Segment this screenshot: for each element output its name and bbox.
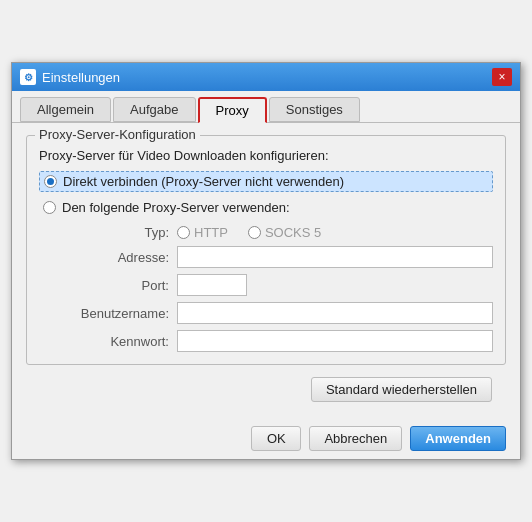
address-field <box>177 246 493 268</box>
address-input[interactable] <box>177 246 493 268</box>
app-icon: ⚙ <box>20 69 36 85</box>
username-label: Benutzername: <box>59 302 169 324</box>
ok-button[interactable]: OK <box>251 426 301 451</box>
cancel-button[interactable]: Abbrechen <box>309 426 402 451</box>
radio-socks5-circle <box>248 226 261 239</box>
standard-btn-row: Standard wiederherstellen <box>26 375 506 408</box>
type-field: HTTP SOCKS 5 <box>177 225 493 240</box>
password-label: Kennwort: <box>59 330 169 352</box>
radio-http-label: HTTP <box>194 225 228 240</box>
radio-proxy-circle <box>43 201 56 214</box>
tab-aufgabe[interactable]: Aufgabe <box>113 97 195 122</box>
radio-direct-circle <box>44 175 57 188</box>
content-area: Proxy-Server-Konfiguration Proxy-Server … <box>12 123 520 420</box>
tab-proxy[interactable]: Proxy <box>198 97 267 123</box>
type-label: Typ: <box>59 225 169 240</box>
radio-proxy-option[interactable]: Den folgende Proxy-Server verwenden: <box>39 198 493 217</box>
password-field <box>177 330 493 352</box>
radio-proxy-label: Den folgende Proxy-Server verwenden: <box>62 200 290 215</box>
radio-socks5-label: SOCKS 5 <box>265 225 321 240</box>
username-field <box>177 302 493 324</box>
close-button[interactable]: × <box>492 68 512 86</box>
dialog-button-row: OK Abbrechen Anwenden <box>12 420 520 459</box>
window-title: Einstellungen <box>42 70 120 85</box>
tab-sonstiges[interactable]: Sonstiges <box>269 97 360 122</box>
radio-http-option[interactable]: HTTP <box>177 225 228 240</box>
port-field <box>177 274 493 296</box>
settings-window: ⚙ Einstellungen × Allgemein Aufgabe Prox… <box>11 62 521 460</box>
address-label: Adresse: <box>59 246 169 268</box>
proxy-form: Typ: HTTP SOCKS 5 Adresse: <box>39 225 493 352</box>
radio-direct-option[interactable]: Direkt verbinden (Proxy-Server nicht ver… <box>39 171 493 192</box>
radio-http-circle <box>177 226 190 239</box>
radio-direct-label: Direkt verbinden (Proxy-Server nicht ver… <box>63 174 344 189</box>
proxy-group-box: Proxy-Server-Konfiguration Proxy-Server … <box>26 135 506 365</box>
password-input[interactable] <box>177 330 493 352</box>
tab-bar: Allgemein Aufgabe Proxy Sonstiges <box>12 91 520 123</box>
username-input[interactable] <box>177 302 493 324</box>
titlebar: ⚙ Einstellungen × <box>12 63 520 91</box>
restore-defaults-button[interactable]: Standard wiederherstellen <box>311 377 492 402</box>
tab-allgemein[interactable]: Allgemein <box>20 97 111 122</box>
titlebar-left: ⚙ Einstellungen <box>20 69 120 85</box>
port-label: Port: <box>59 274 169 296</box>
section-label: Proxy-Server für Video Downloaden konfig… <box>39 148 493 163</box>
radio-socks5-option[interactable]: SOCKS 5 <box>248 225 321 240</box>
apply-button[interactable]: Anwenden <box>410 426 506 451</box>
group-box-title: Proxy-Server-Konfiguration <box>35 127 200 142</box>
port-input[interactable] <box>177 274 247 296</box>
